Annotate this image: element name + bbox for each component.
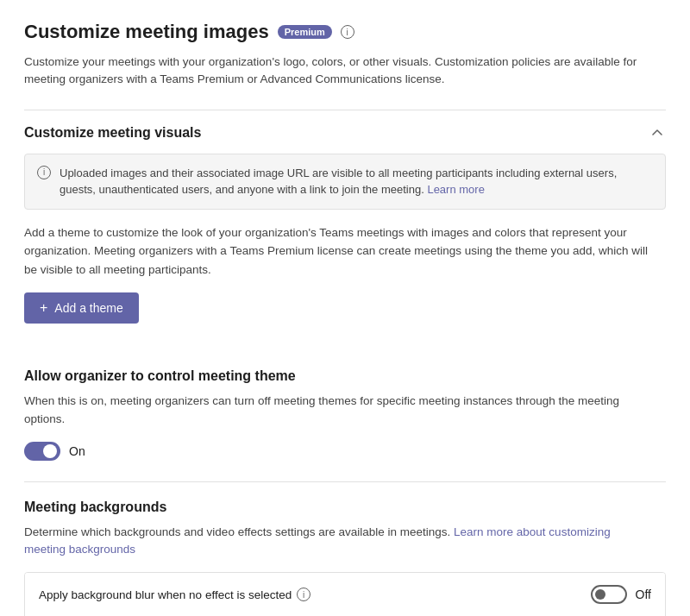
blur-info-icon[interactable]: i: [297, 588, 310, 601]
organizer-toggle[interactable]: [24, 442, 60, 461]
backgrounds-description: Determine which backgrounds and video ef…: [24, 524, 645, 559]
banner-info-icon: i: [37, 166, 51, 179]
meeting-backgrounds-section: Meeting backgrounds Determine which back…: [24, 481, 666, 616]
visuals-section-title: Customize meeting visuals: [24, 125, 201, 141]
header-info-icon[interactable]: i: [341, 25, 354, 39]
banner-learn-more-link[interactable]: Learn more: [427, 183, 484, 196]
allow-organizer-section: Allow organizer to control meeting theme…: [24, 368, 666, 461]
info-banner: i Uploaded images and their associated i…: [24, 154, 666, 210]
page-title: Customize meeting images: [24, 21, 269, 43]
banner-text: Uploaded images and their associated ima…: [60, 165, 653, 198]
allow-organizer-description: When this is on, meeting organizers can …: [24, 393, 645, 428]
blur-setting-right: Off: [591, 585, 651, 604]
allow-organizer-title: Allow organizer to control meeting theme: [24, 368, 666, 384]
section-header: Customize meeting visuals: [24, 124, 666, 141]
blur-toggle-label: Off: [636, 588, 651, 601]
blur-setting-label: Apply background blur when no effect is …: [39, 588, 292, 601]
plus-icon: +: [40, 300, 47, 316]
add-theme-label: Add a theme: [54, 301, 122, 315]
add-theme-button[interactable]: + Add a theme: [24, 292, 139, 324]
blur-toggle[interactable]: [591, 585, 627, 604]
backgrounds-title: Meeting backgrounds: [24, 500, 666, 515]
theme-description: Add a theme to customize the look of you…: [24, 223, 662, 280]
background-settings-table: Apply background blur when no effect is …: [24, 572, 666, 616]
organizer-toggle-row: On: [24, 442, 666, 461]
page-description: Customize your meetings with your organi…: [24, 53, 645, 89]
page-header: Customize meeting images Premium i: [24, 21, 666, 43]
customize-visuals-section: Customize meeting visuals i Uploaded ima…: [24, 110, 666, 349]
premium-badge: Premium: [278, 25, 332, 39]
organizer-toggle-label: On: [69, 444, 85, 458]
blur-setting-left: Apply background blur when no effect is …: [39, 588, 310, 601]
table-row: Apply background blur when no effect is …: [25, 573, 665, 616]
collapse-icon[interactable]: [649, 124, 666, 141]
